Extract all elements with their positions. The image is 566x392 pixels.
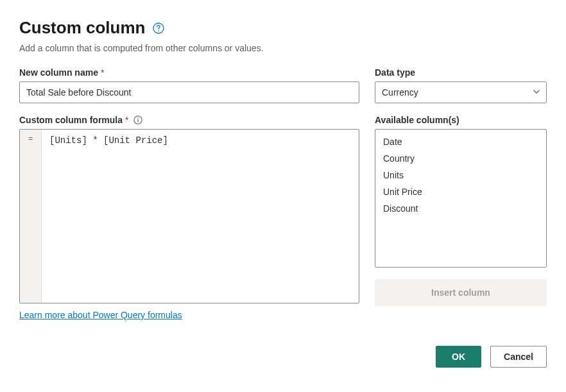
svg-rect-4 [138,119,139,123]
available-columns-label: Available column(s) [375,115,547,125]
new-column-name-label: New column name * [19,67,359,78]
data-type-label: Data type [375,67,547,78]
available-column-item[interactable]: Country [375,150,546,167]
dialog-subtitle: Add a column that is computed from other… [19,43,547,53]
insert-column-button[interactable]: Insert column [375,279,547,306]
available-columns-list: DateCountryUnitsUnit PriceDiscount [375,129,547,268]
svg-point-1 [159,30,160,31]
formula-gutter: = [20,130,42,303]
dialog-title: Custom column [19,18,145,38]
ok-button[interactable]: OK [436,346,481,368]
formula-label: Custom column formula * [19,115,359,125]
available-column-item[interactable]: Unit Price [375,183,546,200]
dialog-header: Custom column [19,18,547,38]
formula-editor[interactable]: = [Units] * [Unit Price] [19,129,359,303]
help-icon[interactable] [153,22,164,34]
learn-more-link[interactable]: Learn more about Power Query formulas [19,310,359,320]
svg-point-3 [138,117,139,119]
available-column-item[interactable]: Units [375,167,546,183]
cancel-button[interactable]: Cancel [490,346,547,368]
info-icon[interactable] [133,115,142,124]
dialog-footer: OK Cancel [19,346,547,368]
new-column-name-input[interactable] [19,81,359,103]
formula-textarea[interactable]: [Units] * [Unit Price] [42,130,359,303]
data-type-select[interactable] [375,81,547,103]
available-column-item[interactable]: Date [375,133,546,150]
available-column-item[interactable]: Discount [375,200,546,217]
